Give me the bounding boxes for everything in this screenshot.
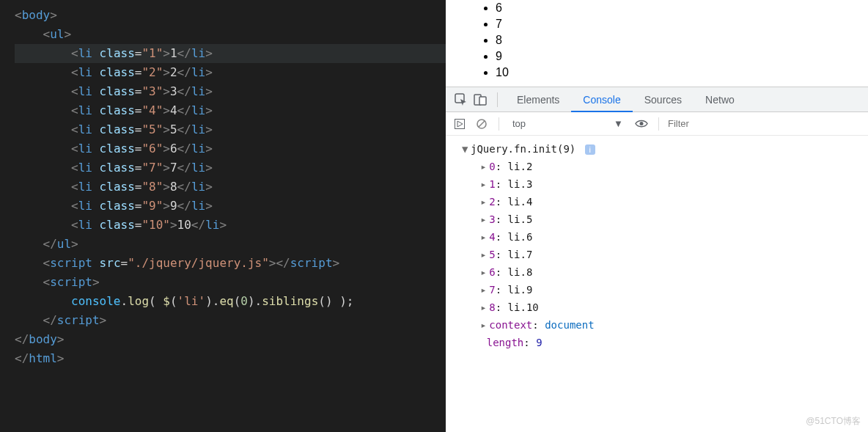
code-line[interactable]: </script> (15, 311, 446, 330)
code-line[interactable]: <li class="6">6</li> (15, 139, 446, 158)
code-line[interactable]: <li class="5">5</li> (15, 120, 446, 139)
svg-line-5 (479, 121, 485, 127)
devtools: ElementsConsoleSourcesNetwo top ▼ ▼jQuer… (446, 87, 868, 432)
list-item: 10 (496, 65, 868, 81)
code-line[interactable]: <script src="./jquery/jquery.js"></scrip… (15, 254, 446, 273)
code-line[interactable]: <ul> (15, 25, 446, 44)
code-editor[interactable]: <body> <ul> <li class="1">1</li> <li cla… (0, 0, 446, 432)
console-array-item[interactable]: ▸0: li.2 (462, 158, 862, 175)
code-line[interactable]: <li class="1">1</li> (15, 44, 446, 63)
console-array-item[interactable]: ▸7: li.9 (462, 281, 862, 299)
console-array-item[interactable]: ▸1: li.3 (462, 175, 862, 193)
code-line[interactable]: console.log( $('li').eq(0).siblings() ); (15, 292, 446, 311)
console-prop: length: 9 (462, 334, 862, 351)
separator (499, 117, 499, 131)
code-line[interactable]: <li class="7">7</li> (15, 158, 446, 177)
code-line[interactable]: <li class="4">4</li> (15, 101, 446, 120)
code-line[interactable]: </body> (15, 330, 446, 349)
list-item: 7 (496, 16, 868, 32)
page-preview: 678910 (446, 0, 868, 87)
device-toggle-icon[interactable] (471, 90, 490, 109)
watermark: @51CTO博客 (806, 415, 861, 428)
play-icon[interactable] (452, 116, 468, 132)
list-item: 8 (496, 32, 868, 48)
console-array-item[interactable]: ▸8: li.10 (462, 299, 862, 316)
svg-point-6 (639, 122, 643, 125)
list-item: 9 (496, 48, 868, 65)
chevron-down-icon: ▼ (614, 118, 623, 129)
code-line[interactable]: <body> (15, 6, 446, 25)
code-line[interactable]: <li class="9">9</li> (15, 197, 446, 216)
console-array-item[interactable]: ▸2: li.4 (462, 193, 862, 210)
separator (497, 92, 498, 107)
code-line[interactable]: <li class="10">10</li> (15, 216, 446, 235)
console-output[interactable]: ▼jQuery.fn.init(9) i ▸0: li.2 ▸1: li.3 ▸… (446, 136, 868, 432)
code-line[interactable]: <li class="8">8</li> (15, 177, 446, 197)
svg-rect-2 (479, 97, 486, 105)
context-selector[interactable]: top ▼ (508, 118, 628, 129)
filter-input[interactable] (668, 118, 862, 129)
clear-console-icon[interactable] (474, 116, 490, 132)
separator (658, 117, 659, 131)
info-icon[interactable]: i (585, 144, 595, 155)
eye-icon[interactable] (633, 116, 650, 132)
code-line[interactable]: <li class="2">2</li> (15, 63, 446, 82)
tab-netwo[interactable]: Netwo (694, 87, 746, 112)
context-label: top (512, 118, 526, 129)
inspect-icon[interactable] (452, 90, 471, 109)
list-item: 6 (496, 0, 868, 16)
console-object-header[interactable]: ▼jQuery.fn.init(9) i (462, 140, 862, 158)
console-array-item[interactable]: ▸6: li.8 (462, 263, 862, 281)
console-prop[interactable]: ▸context: document (462, 316, 862, 334)
console-array-item[interactable]: ▸5: li.7 (462, 246, 862, 263)
code-line[interactable]: </html> (15, 349, 446, 368)
code-line[interactable]: <li class="3">3</li> (15, 82, 446, 101)
console-array-item[interactable]: ▸3: li.5 (462, 210, 862, 228)
devtools-tabbar: ElementsConsoleSourcesNetwo (446, 87, 868, 112)
console-toolbar: top ▼ (446, 112, 868, 136)
tab-elements[interactable]: Elements (505, 87, 571, 112)
code-line[interactable]: <script> (15, 273, 446, 292)
code-line[interactable]: </ul> (15, 235, 446, 254)
browser-panel: 678910 ElementsConsoleSourcesNetwo top ▼ (446, 0, 868, 432)
tab-sources[interactable]: Sources (633, 87, 694, 112)
preview-list: 678910 (482, 0, 868, 81)
console-array-item[interactable]: ▸4: li.6 (462, 228, 862, 246)
tab-console[interactable]: Console (571, 87, 632, 112)
